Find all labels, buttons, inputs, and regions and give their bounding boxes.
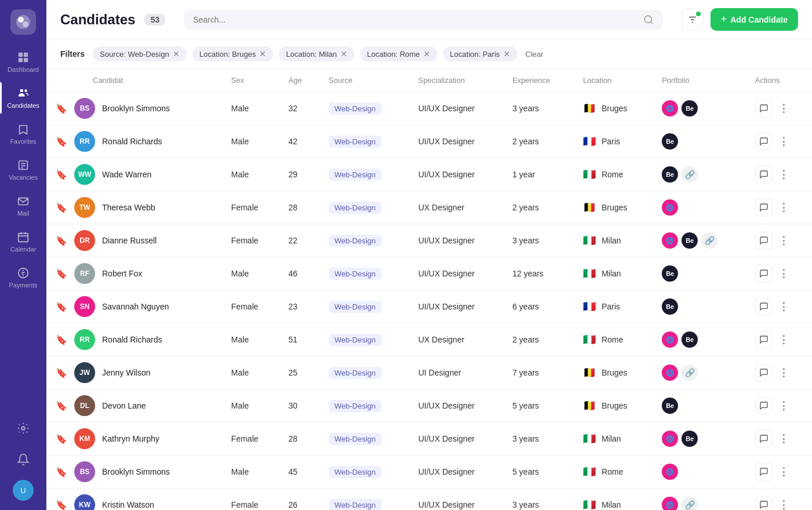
message-button[interactable]	[755, 265, 773, 282]
portfolio-behance-icon[interactable]: Be	[662, 133, 678, 150]
message-button[interactable]	[755, 199, 773, 216]
bookmark-icon[interactable]: 🔖	[56, 202, 67, 213]
message-button[interactable]	[755, 298, 773, 315]
more-options-button[interactable]: ⋮	[778, 102, 789, 115]
avatar: JW	[74, 362, 95, 383]
bookmark-icon[interactable]: 🔖	[56, 434, 67, 445]
sidebar-item-dashboard[interactable]: Dashboard	[0, 46, 46, 78]
more-options-button[interactable]: ⋮	[778, 267, 789, 280]
source-cell: Web-Design	[320, 389, 409, 422]
portfolio-behance-icon[interactable]: Be	[662, 265, 678, 282]
bookmark-icon[interactable]: 🔖	[56, 334, 67, 345]
portfolio-link-icon[interactable]: 🔗	[701, 232, 717, 249]
portfolio-link-icon[interactable]: 🔗	[682, 166, 698, 183]
search-bar[interactable]	[184, 10, 663, 30]
sidebar-bottom: U	[13, 417, 34, 501]
source-badge: Web-Design	[329, 136, 382, 148]
bookmark-icon[interactable]: 🔖	[56, 136, 67, 147]
message-button[interactable]	[755, 430, 773, 447]
close-icon[interactable]: ✕	[173, 49, 180, 59]
user-avatar[interactable]: U	[13, 480, 34, 501]
close-icon[interactable]: ✕	[423, 49, 430, 59]
bookmark-icon[interactable]: 🔖	[56, 467, 67, 478]
clear-filters-button[interactable]: Clear	[525, 50, 543, 59]
source-badge: Web-Design	[329, 466, 382, 478]
portfolio-behance-icon[interactable]: Be	[662, 166, 678, 183]
sidebar-item-payments[interactable]: Payments	[0, 262, 46, 293]
message-button[interactable]	[755, 463, 773, 480]
portfolio-behance-icon[interactable]: Be	[682, 100, 698, 116]
portfolio-behance-icon[interactable]: Be	[662, 398, 678, 414]
portfolio-globe-icon[interactable]: 🌐	[662, 332, 678, 348]
more-options-button[interactable]: ⋮	[778, 333, 789, 346]
bookmark-icon[interactable]: 🔖	[56, 268, 67, 279]
actions-cell: ⋮	[746, 158, 812, 191]
portfolio-globe-icon[interactable]: 🌐	[662, 431, 678, 447]
close-icon[interactable]: ✕	[503, 49, 510, 59]
more-options-button[interactable]: ⋮	[778, 432, 789, 445]
message-button[interactable]	[755, 100, 773, 117]
avatar: DR	[74, 230, 95, 251]
portfolio-globe-icon[interactable]: 🌐	[662, 464, 678, 480]
search-input[interactable]	[193, 15, 637, 24]
more-options-button[interactable]: ⋮	[778, 399, 789, 412]
spec-cell: UI/UX Designer	[409, 489, 503, 511]
more-options-button[interactable]: ⋮	[778, 168, 789, 181]
filter-chip-paris[interactable]: Location: Paris ✕	[443, 46, 517, 61]
bookmark-icon[interactable]: 🔖	[56, 235, 67, 246]
bookmark-icon[interactable]: 🔖	[56, 400, 67, 411]
bookmark-icon[interactable]: 🔖	[56, 169, 67, 180]
portfolio-behance-icon[interactable]: Be	[682, 232, 698, 249]
portfolio-globe-icon[interactable]: 🌐	[662, 100, 678, 116]
more-options-button[interactable]: ⋮	[778, 465, 789, 478]
bookmark-icon[interactable]: 🔖	[56, 301, 67, 312]
exp-cell: 2 years	[503, 191, 574, 224]
more-options-button[interactable]: ⋮	[778, 234, 789, 247]
flag-icon: 🇫🇷	[583, 300, 596, 313]
message-button[interactable]	[755, 166, 773, 183]
more-options-button[interactable]: ⋮	[778, 201, 789, 214]
sidebar-item-settings[interactable]	[13, 417, 34, 439]
actions-cell: ⋮	[746, 224, 812, 257]
portfolio-link-icon[interactable]: 🔗	[682, 365, 698, 381]
sidebar-item-mail[interactable]: Mail	[0, 190, 46, 221]
filter-chip-rome[interactable]: Location: Rome ✕	[360, 46, 437, 61]
sidebar-item-favorites[interactable]: Favorites	[0, 118, 46, 150]
message-button[interactable]	[755, 232, 773, 249]
filter-chip-milan[interactable]: Location: Milan ✕	[279, 46, 354, 61]
portfolio-globe-icon[interactable]: 🌐	[662, 199, 678, 216]
close-icon[interactable]: ✕	[259, 49, 266, 59]
portfolio-behance-icon[interactable]: Be	[682, 332, 698, 348]
message-button[interactable]	[755, 364, 773, 381]
bookmark-icon[interactable]: 🔖	[56, 367, 67, 378]
portfolio-globe-icon[interactable]: 🌐	[662, 497, 678, 510]
message-button[interactable]	[755, 397, 773, 414]
sidebar-item-calendar[interactable]: Calendar	[0, 226, 46, 257]
message-button[interactable]	[755, 133, 773, 150]
add-candidate-button[interactable]: + Add Candidate	[710, 8, 798, 31]
sidebar-item-candidates[interactable]: Candidates	[0, 82, 46, 114]
more-options-button[interactable]: ⋮	[778, 135, 789, 148]
filter-chip-bruges[interactable]: Location: Bruges ✕	[193, 46, 274, 61]
more-options-button[interactable]: ⋮	[778, 498, 789, 510]
more-options-button[interactable]: ⋮	[778, 300, 789, 313]
portfolio-globe-icon[interactable]: 🌐	[662, 365, 678, 381]
plus-icon: +	[721, 13, 727, 26]
portfolio-globe-icon[interactable]: 🌐	[662, 232, 678, 249]
more-options-button[interactable]: ⋮	[778, 366, 789, 379]
svg-rect-6	[24, 58, 28, 62]
filter-chip-source[interactable]: Source: Web-Design ✕	[93, 46, 187, 61]
message-button[interactable]	[755, 496, 773, 510]
source-badge: Web-Design	[329, 301, 382, 313]
filter-button[interactable]	[682, 9, 704, 31]
bookmark-icon[interactable]: 🔖	[56, 500, 67, 511]
portfolio-behance-icon[interactable]: Be	[682, 431, 698, 447]
location-cell: 🇮🇹 Milan	[574, 257, 652, 290]
sidebar-item-vacancies[interactable]: Vacancies	[0, 154, 46, 185]
close-icon[interactable]: ✕	[340, 49, 347, 59]
message-button[interactable]	[755, 331, 773, 348]
bookmark-icon[interactable]: 🔖	[56, 103, 67, 114]
portfolio-link-icon[interactable]: 🔗	[682, 497, 698, 510]
sidebar-item-notifications[interactable]	[13, 449, 34, 471]
portfolio-behance-icon[interactable]: Be	[662, 298, 678, 315]
